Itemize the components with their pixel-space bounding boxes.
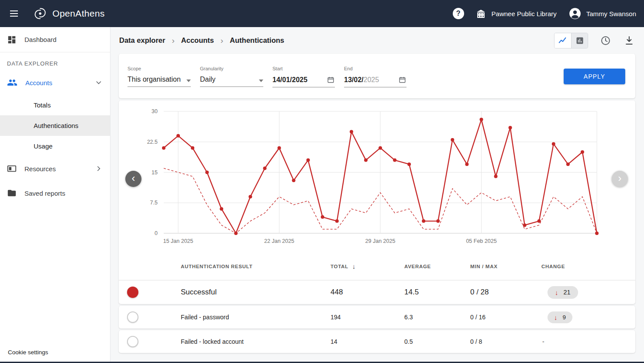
header-authentication-result[interactable]: AUTHENTICATION RESULT — [181, 264, 331, 269]
svg-text:22 Jan 2025: 22 Jan 2025 — [264, 238, 294, 244]
svg-text:0: 0 — [155, 230, 158, 236]
scope-select[interactable]: This organisation — [127, 76, 191, 87]
granularity-value: Daily — [200, 76, 216, 83]
scope-value: This organisation — [127, 76, 181, 83]
apply-button[interactable]: APPLY — [564, 69, 625, 84]
series-toggle-failed-password[interactable] — [127, 311, 138, 323]
clock-icon — [600, 35, 611, 46]
download-button[interactable] — [623, 35, 635, 47]
line-chart-view-button[interactable] — [554, 33, 571, 48]
chevron-down-icon — [94, 78, 103, 87]
folder-icon — [7, 188, 17, 198]
dropdown-caret-icon — [259, 80, 263, 84]
row-label: Successful — [181, 288, 331, 297]
end-date-input[interactable]: 13/02/2025 — [344, 76, 406, 87]
sidebar-item-totals[interactable]: Totals — [0, 95, 110, 115]
hamburger-icon — [9, 8, 19, 19]
menu-icon[interactable] — [4, 4, 24, 23]
sidebar-item-label: Dashboard — [24, 36, 56, 43]
sidebar-item-label: Resources — [24, 165, 56, 173]
header-min-max[interactable]: MIN / MAX — [470, 264, 541, 269]
dropdown-caret-icon — [186, 80, 191, 84]
row-average: 0.5 — [404, 338, 470, 345]
svg-text:7.5: 7.5 — [150, 200, 158, 206]
row-average: 6.3 — [404, 314, 470, 321]
breadcrumb-separator-icon: › — [220, 36, 223, 45]
start-date-value: 14/01/2025 — [272, 76, 307, 84]
chart-next-button[interactable]: › — [612, 171, 628, 187]
header-average[interactable]: AVERAGE — [404, 264, 470, 269]
bar-chart-view-button[interactable] — [571, 33, 588, 48]
sidebar: Dashboard DATA EXPLORER Accounts Totals … — [0, 27, 110, 362]
svg-text:15: 15 — [152, 169, 158, 176]
start-date-label: Start — [272, 66, 335, 71]
granularity-select[interactable]: Daily — [200, 76, 263, 87]
view-toolbar — [554, 33, 635, 48]
people-icon — [7, 77, 17, 88]
end-date-value: 13/02/2025 — [344, 76, 379, 84]
breadcrumb-separator-icon: › — [172, 36, 174, 45]
calendar-icon[interactable] — [398, 76, 406, 84]
sidebar-item-accounts[interactable]: Accounts — [0, 70, 110, 95]
row-total: 14 — [331, 338, 404, 345]
breadcrumb-data-explorer[interactable]: Data explorer — [119, 36, 165, 45]
change-value: 21 — [564, 289, 571, 296]
start-date-input[interactable]: 14/01/2025 — [272, 76, 335, 87]
table-header: AUTHENTICATION RESULT TOTAL ↓ AVERAGE MI… — [119, 252, 635, 280]
sidebar-subitem-label: Authentications — [34, 122, 79, 129]
sort-desc-icon[interactable]: ↓ — [352, 263, 356, 270]
svg-text:15 Jan 2025: 15 Jan 2025 — [163, 238, 193, 244]
brand-name: OpenAthens — [52, 8, 105, 19]
download-icon — [624, 35, 634, 46]
dashboard-icon — [7, 35, 17, 45]
header-change[interactable]: CHANGE — [541, 264, 635, 269]
chart-prev-button[interactable]: ‹ — [125, 171, 141, 187]
header-total[interactable]: TOTAL ↓ — [331, 263, 404, 270]
series-toggle-failed-locked[interactable] — [127, 336, 138, 347]
row-average: 14.5 — [404, 288, 470, 297]
start-date-field: Start 14/01/2025 — [272, 66, 335, 87]
table-row-failed-locked-account[interactable]: Failed - locked account 14 0.5 0 / 8 - — [119, 330, 635, 353]
scope-label: Scope — [127, 66, 191, 71]
change-down-icon: ↓ — [555, 289, 558, 296]
top-app-bar: OpenAthens ? Pawnee Public Library Tammy… — [0, 0, 644, 27]
authentications-line-chart[interactable]: 07.51522.53015 Jan 202522 Jan 202529 Jan… — [119, 100, 635, 245]
row-total: 194 — [331, 314, 404, 321]
chart-view-toggle — [554, 33, 588, 48]
sidebar-item-label: Accounts — [25, 79, 52, 86]
help-icon[interactable]: ? — [453, 8, 464, 19]
change-badge: ↓ 21 — [548, 286, 578, 299]
sidebar-section-label: DATA EXPLORER — [0, 52, 110, 70]
sidebar-item-saved-reports[interactable]: Saved reports — [0, 181, 110, 205]
end-date-label: End — [344, 66, 406, 71]
table-row-successful[interactable]: Successful 448 14.5 0 / 28 ↓ 21 — [119, 280, 635, 304]
table-row-failed-password[interactable]: Failed - password 194 6.3 0 / 16 ↓ 9 — [119, 306, 635, 328]
row-label: Failed - password — [181, 314, 331, 321]
schedule-button[interactable] — [599, 35, 612, 47]
scope-field: Scope This organisation — [127, 66, 191, 87]
sidebar-item-label: Saved reports — [24, 190, 65, 197]
calendar-icon[interactable] — [327, 76, 335, 84]
sidebar-item-resources[interactable]: Resources — [0, 156, 110, 181]
granularity-label: Granularity — [200, 66, 263, 71]
building-icon — [475, 8, 486, 19]
breadcrumb-accounts[interactable]: Accounts — [181, 36, 214, 45]
granularity-field: Granularity Daily — [200, 66, 263, 87]
sidebar-subitem-label: Usage — [34, 142, 52, 150]
end-date-field: End 13/02/2025 — [344, 66, 406, 87]
svg-text:29 Jan 2025: 29 Jan 2025 — [365, 238, 396, 244]
brand[interactable]: OpenAthens — [32, 6, 105, 21]
organisation-switcher[interactable]: Pawnee Public Library — [475, 8, 557, 19]
sidebar-item-usage[interactable]: Usage — [0, 136, 110, 156]
svg-text:30: 30 — [152, 108, 158, 114]
resources-icon — [7, 164, 17, 173]
series-toggle-successful[interactable] — [127, 287, 138, 298]
row-min-max: 0 / 8 — [470, 338, 541, 345]
change-badge: ↓ 9 — [548, 311, 572, 323]
cookie-settings-link[interactable]: Cookie settings — [8, 349, 48, 356]
filter-panel: Scope This organisation Granularity Dail… — [119, 54, 635, 98]
sidebar-item-dashboard[interactable]: Dashboard — [0, 27, 110, 52]
breadcrumb: Data explorer › Accounts › Authenticatio… — [111, 27, 644, 54]
sidebar-item-authentications[interactable]: Authentications — [0, 115, 110, 136]
user-menu[interactable]: Tammy Swanson — [569, 7, 636, 20]
